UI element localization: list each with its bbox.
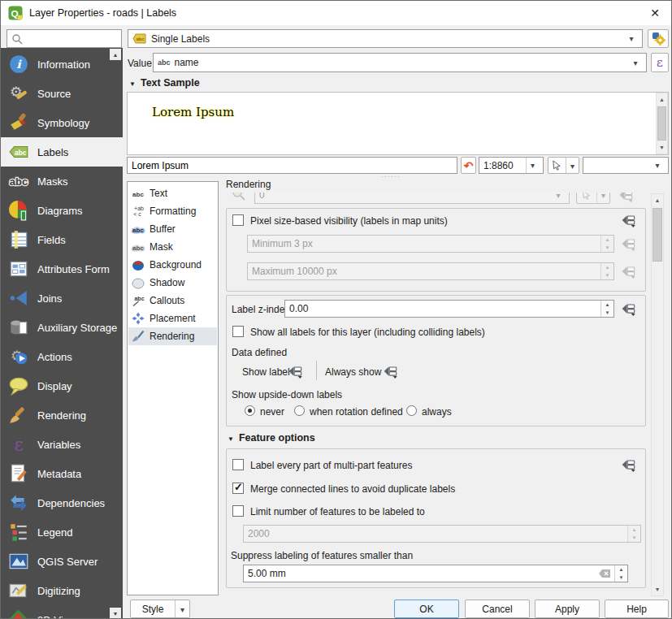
- radio-never[interactable]: [245, 405, 255, 416]
- sidebar-item-3d-view[interactable]: 3D View: [1, 605, 123, 619]
- data-defined-override-icon[interactable]: [288, 364, 303, 379]
- sample-text-input[interactable]: [132, 160, 453, 171]
- cancel-button[interactable]: Cancel: [465, 600, 530, 618]
- scrollbar-thumb[interactable]: [657, 106, 666, 141]
- scroll-up-icon[interactable]: [652, 194, 663, 206]
- sidebar-item-dependencies[interactable]: Dependencies: [1, 488, 123, 517]
- tab-mask[interactable]: abc Mask: [128, 238, 217, 256]
- minimum-scale-combo[interactable]: 0: [254, 193, 570, 204]
- show-all-labels-checkbox[interactable]: [232, 326, 244, 337]
- data-defined-override-icon[interactable]: [383, 364, 398, 379]
- map-settings-split-button[interactable]: [548, 157, 579, 174]
- limit-features-label: Limit number of features to be labeled t…: [250, 506, 425, 517]
- panel-scrollbar[interactable]: [651, 193, 664, 596]
- sidebar-item-label: Auxiliary Storage: [37, 322, 117, 334]
- min-pixel-size-spinner[interactable]: Minimum 3 px: [247, 235, 614, 253]
- spin-up-icon[interactable]: [628, 526, 640, 534]
- scroll-up-icon[interactable]: [657, 93, 667, 106]
- spin-down-icon[interactable]: [601, 271, 613, 279]
- spin-up-icon[interactable]: [615, 565, 627, 574]
- sidebar-item-display[interactable]: Display: [1, 371, 123, 400]
- tab-placement[interactable]: Placement: [128, 310, 217, 327]
- data-defined-override-icon[interactable]: [621, 213, 636, 227]
- paintbrush-icon: [8, 112, 29, 133]
- preview-scale-combo[interactable]: 1:8860: [479, 157, 544, 174]
- sidebar-item-qgis-server[interactable]: QGIS Server: [1, 547, 123, 576]
- tab-shadow[interactable]: Shadow: [128, 274, 217, 292]
- style-split-button[interactable]: Style: [130, 600, 190, 618]
- spin-down-icon[interactable]: [615, 574, 627, 582]
- svg-text:abc: abc: [134, 296, 144, 301]
- sidebar-item-digitizing[interactable]: Digitizing: [1, 576, 123, 605]
- spin-down-icon[interactable]: [601, 244, 613, 252]
- data-defined-override-icon[interactable]: [621, 236, 636, 251]
- sidebar-item-labels[interactable]: abc Labels: [1, 137, 123, 167]
- suppress-size-spinner[interactable]: 5.00 mm: [243, 565, 628, 582]
- limit-features-spinner[interactable]: 2000: [243, 525, 641, 543]
- label-every-part-checkbox[interactable]: [232, 459, 244, 470]
- sidebar-item-metadata[interactable]: Metadata: [1, 459, 123, 488]
- scroll-down-icon[interactable]: [652, 583, 663, 595]
- value-field-combo[interactable]: abc name: [153, 53, 647, 72]
- spin-down-icon[interactable]: [601, 309, 613, 317]
- limit-features-checkbox[interactable]: [232, 505, 244, 517]
- z-index-spinner[interactable]: 0.00: [284, 300, 614, 318]
- search-input[interactable]: [27, 33, 117, 45]
- sidebar-item-legend[interactable]: Legend: [1, 517, 123, 547]
- sidebar-item-source[interactable]: ⚙ Source: [1, 79, 123, 108]
- radio-when-rotation-defined[interactable]: [294, 405, 305, 416]
- labels-mode-combo[interactable]: abc Single Labels: [128, 29, 643, 48]
- tab-rendering[interactable]: Rendering: [128, 327, 217, 345]
- sidebar-scroll-up-icon[interactable]: [110, 49, 121, 60]
- background-color-combo[interactable]: [583, 157, 669, 174]
- spin-down-icon[interactable]: [628, 534, 640, 542]
- expression-builder-button[interactable]: ε: [651, 53, 669, 72]
- source-icon: ⚙: [8, 83, 29, 104]
- sidebar-item-auxiliary-storage[interactable]: Auxiliary Storage: [1, 313, 123, 342]
- auto-placement-button[interactable]: [648, 29, 669, 48]
- help-button[interactable]: Help: [605, 600, 669, 618]
- sidebar-item-fields[interactable]: Fields: [1, 225, 123, 254]
- sidebar-item-rendering[interactable]: Rendering: [1, 400, 123, 430]
- svg-text:Q: Q: [11, 8, 19, 19]
- feature-options-header[interactable]: Feature options: [228, 432, 315, 444]
- data-defined-override-icon[interactable]: [621, 301, 636, 316]
- data-defined-override-icon[interactable]: [618, 193, 634, 202]
- tab-callouts[interactable]: abc Callouts: [128, 292, 217, 310]
- splitter-dots[interactable]: ······: [381, 172, 401, 180]
- clear-field-icon[interactable]: [598, 569, 611, 581]
- max-pixel-size-spinner[interactable]: Maximum 10000 px: [247, 262, 614, 280]
- sidebar-item-joins[interactable]: Joins: [1, 284, 123, 313]
- data-defined-override-icon[interactable]: [621, 264, 636, 279]
- sidebar-item-masks[interactable]: abc Masks: [1, 167, 123, 196]
- spin-up-icon[interactable]: [601, 301, 613, 309]
- close-icon[interactable]: [646, 4, 664, 22]
- scroll-down-icon[interactable]: [657, 141, 667, 154]
- tab-formatting[interactable]: +ab< c Formatting: [128, 202, 217, 220]
- set-to-canvas-split-button[interactable]: [576, 193, 610, 204]
- sidebar-item-information[interactable]: i Information: [1, 50, 123, 79]
- data-defined-override-icon[interactable]: [621, 457, 636, 472]
- text-sample-header[interactable]: Text Sample: [129, 77, 200, 89]
- sidebar-item-attributes-form[interactable]: Attributes Form: [1, 254, 123, 284]
- merge-connected-checkbox[interactable]: [232, 483, 244, 494]
- sidebar-item-diagrams[interactable]: Diagrams: [1, 196, 123, 225]
- sidebar-scroll-down-icon[interactable]: [110, 608, 121, 619]
- pixel-visibility-checkbox[interactable]: [232, 214, 244, 226]
- sidebar-item-symbology[interactable]: Symbology: [1, 108, 123, 137]
- sidebar: i Information ⚙ Source Symbology abc Lab…: [1, 48, 123, 619]
- svg-text:abc: abc: [15, 149, 27, 157]
- spin-up-icon[interactable]: [601, 263, 613, 271]
- reset-sample-button[interactable]: ↶: [461, 157, 476, 174]
- spin-up-icon[interactable]: [601, 236, 613, 244]
- radio-always[interactable]: [406, 405, 417, 416]
- sidebar-item-actions[interactable]: ⚙ Actions: [1, 342, 123, 371]
- preview-scrollbar[interactable]: [656, 93, 668, 154]
- tab-background[interactable]: Background: [128, 256, 217, 274]
- apply-button[interactable]: Apply: [535, 600, 600, 618]
- scrollbar-thumb[interactable]: [652, 208, 662, 262]
- ok-button[interactable]: OK: [394, 600, 459, 618]
- tab-buffer[interactable]: abc Buffer: [128, 220, 217, 238]
- sidebar-item-variables[interactable]: ε Variables: [1, 430, 123, 459]
- tab-text[interactable]: abc Text: [128, 184, 217, 202]
